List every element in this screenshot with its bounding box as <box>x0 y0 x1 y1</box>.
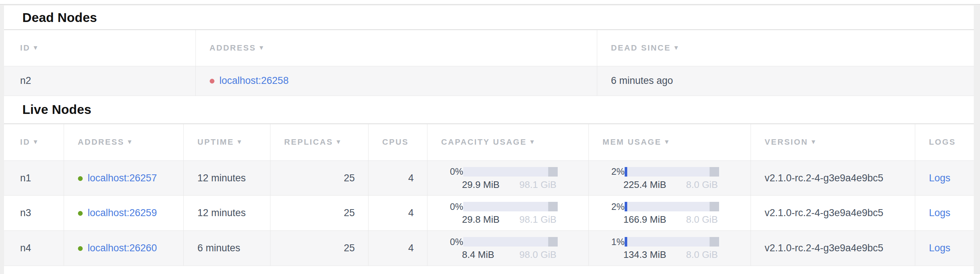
capacity-total: 98.1 GiB <box>519 179 556 190</box>
capacity-usage-bar <box>463 202 558 211</box>
capacity-usage-bar <box>463 167 558 177</box>
uptime-cell: 12 minutes <box>183 196 270 231</box>
cpus-cell: 4 <box>368 231 427 266</box>
capacity-usage-bar <box>463 237 558 247</box>
version-cell: v2.1.0-rc.2-4-g3e9a4e9bc5 <box>751 231 915 266</box>
mem-total: 8.0 GiB <box>686 179 718 190</box>
mem-percent: 2% <box>611 166 625 177</box>
mem-usage-bar <box>625 237 719 247</box>
bar-reserved-segment <box>710 202 719 211</box>
node-address-link[interactable]: localhost:26260 <box>88 242 157 253</box>
live-nodes-header-row: ID▼ ADDRESS▼ UPTIME▼ REPLICAS▼ CPUS▼ CAP… <box>4 124 974 161</box>
dead-column-header-id[interactable]: ID▼ <box>4 30 196 66</box>
bar-reserved-segment <box>548 167 558 177</box>
live-column-header-replicas[interactable]: REPLICAS▼ <box>270 124 368 161</box>
capacity-used: 29.8 MiB <box>462 214 500 225</box>
table-row: n4 localhost:26260 6 minutes 25 4 0% 8.4… <box>4 231 974 266</box>
dead-nodes-table: ID▼ ADDRESS▼ DEAD SINCE▼ n2 localhost:26… <box>4 29 974 96</box>
bar-reserved-segment <box>548 202 558 211</box>
capacity-total: 98.1 GiB <box>519 214 556 225</box>
capacity-used: 8.4 MiB <box>462 249 495 260</box>
logs-link[interactable]: Logs <box>929 172 951 183</box>
node-id-cell: n1 <box>4 161 64 196</box>
mem-usage-bar <box>625 167 719 177</box>
top-divider <box>0 0 980 5</box>
node-id-cell: n3 <box>4 196 64 231</box>
sort-desc-icon: ▼ <box>258 44 264 51</box>
sort-desc-icon: ▼ <box>673 44 679 51</box>
mem-usage-cell: 2% 225.4 MiB 8.0 GiB <box>589 161 751 196</box>
node-address-cell: localhost:26257 <box>64 161 183 196</box>
mem-usage-bar <box>625 202 719 211</box>
bar-used-segment <box>625 237 627 247</box>
dead-nodes-header-row: ID▼ ADDRESS▼ DEAD SINCE▼ <box>4 30 974 66</box>
mem-percent: 1% <box>611 237 625 247</box>
sort-desc-icon: ▼ <box>663 139 670 145</box>
live-column-header-logs: LOGS▼ <box>915 124 974 161</box>
sort-desc-icon: ▼ <box>810 139 816 145</box>
capacity-percent: 0% <box>450 237 463 247</box>
bar-reserved-segment <box>548 237 558 247</box>
sort-desc-icon: ▼ <box>529 139 535 145</box>
version-cell: v2.1.0-rc.2-4-g3e9a4e9bc5 <box>751 161 915 196</box>
bar-used-segment <box>625 167 627 177</box>
live-status-dot-icon <box>78 211 83 216</box>
sort-desc-icon: ▼ <box>127 139 133 145</box>
cpus-cell: 4 <box>368 196 427 231</box>
node-address-link[interactable]: localhost:26259 <box>88 207 157 218</box>
mem-used: 166.9 MiB <box>624 214 667 225</box>
bar-used-segment <box>625 202 627 211</box>
node-id-cell: n2 <box>4 66 196 96</box>
table-row: n3 localhost:26259 12 minutes 25 4 0% 29… <box>4 196 974 231</box>
dead-status-dot-icon <box>210 79 215 83</box>
mem-percent: 2% <box>611 201 625 212</box>
replicas-cell: 25 <box>270 231 368 266</box>
live-column-header-version[interactable]: VERSION▼ <box>751 124 915 161</box>
mem-total: 8.0 GiB <box>686 249 718 260</box>
mem-usage-cell: 1% 134.3 MiB 8.0 GiB <box>589 231 751 266</box>
bar-reserved-segment <box>710 237 719 247</box>
sort-desc-icon: ▼ <box>236 139 242 145</box>
live-column-header-address[interactable]: ADDRESS▼ <box>64 124 183 161</box>
table-row: n2 localhost:26258 6 minutes ago <box>4 66 974 96</box>
capacity-total: 98.0 GiB <box>519 249 556 260</box>
capacity-used: 29.9 MiB <box>462 179 500 190</box>
live-column-header-id[interactable]: ID▼ <box>4 124 64 161</box>
replicas-cell: 25 <box>270 161 368 196</box>
node-address-link[interactable]: localhost:26258 <box>220 75 289 86</box>
node-address-cell: localhost:26260 <box>64 231 183 266</box>
node-address-cell: localhost:26258 <box>196 66 597 96</box>
live-nodes-heading: Live Nodes <box>4 96 974 123</box>
mem-total: 8.0 GiB <box>686 214 718 225</box>
logs-link[interactable]: Logs <box>929 242 951 253</box>
version-cell: v2.1.0-rc.2-4-g3e9a4e9bc5 <box>751 196 915 231</box>
dead-column-header-address[interactable]: ADDRESS▼ <box>196 30 597 66</box>
mem-used: 225.4 MiB <box>624 179 667 190</box>
logs-link[interactable]: Logs <box>929 207 951 218</box>
mem-used: 134.3 MiB <box>624 249 667 260</box>
capacity-usage-cell: 0% 29.8 MiB 98.1 GiB <box>427 196 589 231</box>
cpus-cell: 4 <box>368 161 427 196</box>
replicas-cell: 25 <box>270 196 368 231</box>
sort-desc-icon: ▼ <box>33 139 39 145</box>
dead-column-header-dead-since[interactable]: DEAD SINCE▼ <box>597 30 974 66</box>
live-status-dot-icon <box>78 246 83 251</box>
logs-cell: Logs <box>915 161 974 196</box>
live-column-header-cpus: CPUS▼ <box>368 124 427 161</box>
live-column-header-uptime[interactable]: UPTIME▼ <box>183 124 270 161</box>
bar-reserved-segment <box>710 167 719 177</box>
capacity-percent: 0% <box>450 201 463 212</box>
capacity-usage-cell: 0% 8.4 MiB 98.0 GiB <box>427 231 589 266</box>
node-address-cell: localhost:26259 <box>64 196 183 231</box>
live-status-dot-icon <box>78 176 83 181</box>
capacity-percent: 0% <box>450 166 463 177</box>
uptime-cell: 12 minutes <box>183 161 270 196</box>
dead-since-cell: 6 minutes ago <box>597 66 974 96</box>
table-row: n1 localhost:26257 12 minutes 25 4 0% 29… <box>4 161 974 196</box>
live-column-header-capacity-usage[interactable]: CAPACITY USAGE▼ <box>427 124 589 161</box>
node-address-link[interactable]: localhost:26257 <box>88 172 157 183</box>
sort-desc-icon: ▼ <box>335 139 341 145</box>
logs-cell: Logs <box>915 196 974 231</box>
live-column-header-mem-usage[interactable]: MEM USAGE▼ <box>589 124 751 161</box>
nodes-overview-panel: Dead Nodes ID▼ ADDRESS▼ DEAD SINCE▼ n2 l… <box>4 5 974 274</box>
